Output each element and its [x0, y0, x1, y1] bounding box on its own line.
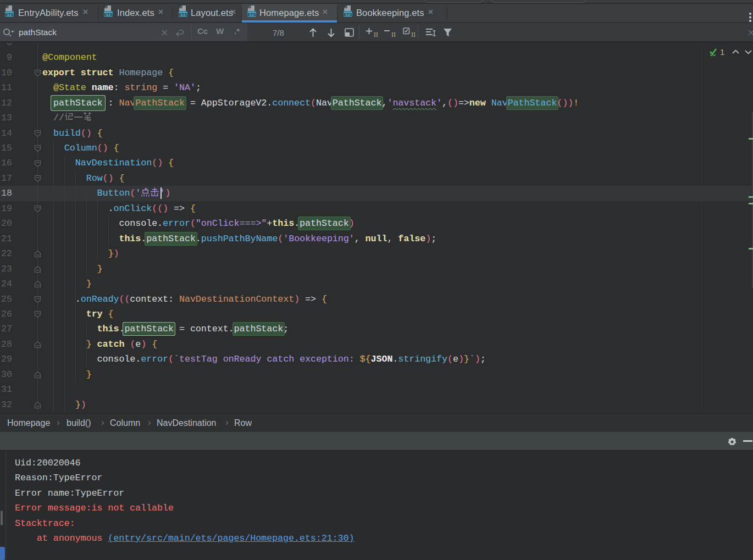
- svg-text:II: II: [411, 31, 416, 38]
- svg-text:1: 1: [720, 47, 724, 57]
- svg-text:II: II: [374, 31, 378, 38]
- svg-text:II: II: [391, 31, 396, 38]
